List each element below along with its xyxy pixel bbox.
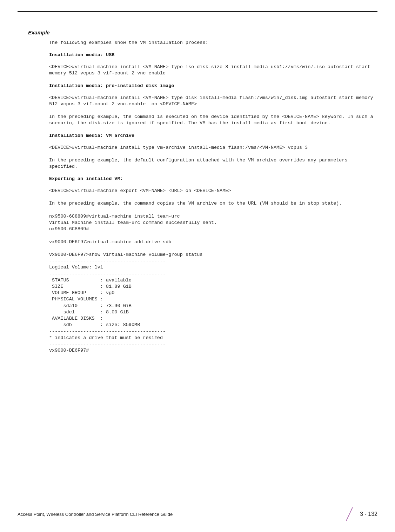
disk-explanation: In the preceding example, the command is… [49, 114, 377, 126]
usb-command: <DEVICE>#virtual-machine install <VM-NAM… [49, 64, 377, 77]
usb-heading: Insatllation media: USB [49, 52, 377, 58]
page-number: 3 - 132 [360, 511, 377, 517]
svg-line-0 [346, 507, 353, 521]
archive-command: <DEVICE>#virtual-machine install type vm… [49, 145, 377, 151]
example-heading: Example [28, 29, 377, 35]
export-heading: Exporting an installed VM: [49, 176, 377, 181]
export-command: <DEVICE>#virtual-machine export <VM-NAME… [49, 188, 377, 194]
terminal-output: nx9500-6C8809#virtual-machine install te… [49, 213, 377, 354]
page-footer: Access Point, Wireless Controller and Se… [18, 507, 377, 521]
archive-explanation: In the preceding example, the default co… [49, 157, 377, 170]
footer-reference-title: Access Point, Wireless Controller and Se… [18, 512, 173, 517]
disk-heading: Installation media: pre-installed disk i… [49, 83, 377, 88]
intro-text: The following examples show the VM insta… [49, 40, 377, 46]
export-explanation: In the preceding example, the command co… [49, 200, 377, 207]
slash-icon [345, 507, 354, 521]
page-content: Example The following examples show the … [18, 12, 377, 354]
disk-command: <DEVICE>#virtual-machine install <VM-NAM… [49, 95, 377, 107]
archive-heading: Installation media: VM archive [49, 133, 377, 138]
page-number-container: 3 - 132 [345, 507, 377, 521]
